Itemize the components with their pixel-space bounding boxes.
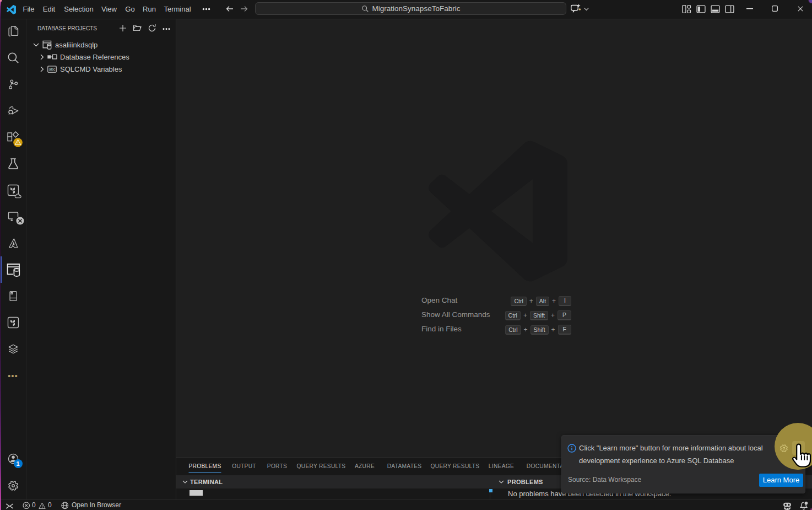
svg-text:abc: abc bbox=[49, 67, 56, 71]
